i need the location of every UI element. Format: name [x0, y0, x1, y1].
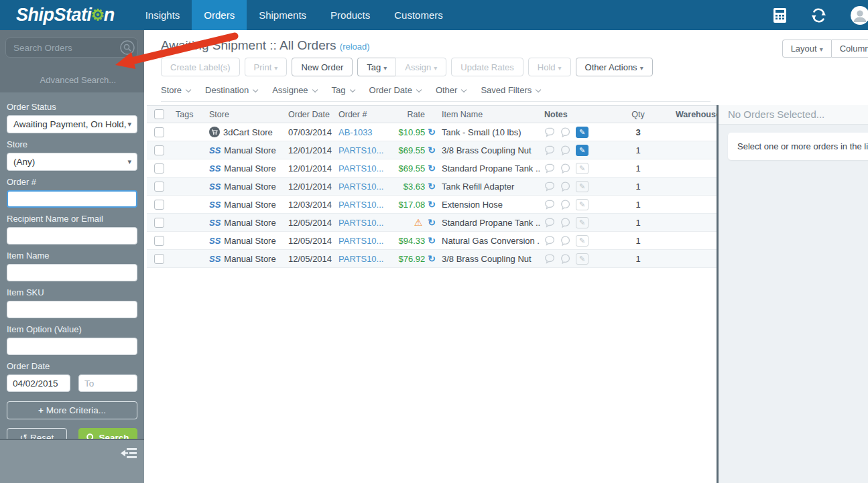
row-checkbox[interactable]	[154, 163, 164, 174]
update-rate-icon[interactable]: ↻	[428, 163, 436, 173]
internal-note-icon[interactable]	[560, 163, 570, 174]
note-to-buyer-icon[interactable]	[544, 218, 555, 228]
filter-dropdown[interactable]: Other	[436, 85, 465, 95]
order-row[interactable]: SS Manual Store 12/05/2014 PARTS10... ⚠ …	[147, 250, 717, 268]
order-number-link[interactable]: PARTS10...	[335, 218, 387, 228]
row-checkbox[interactable]	[154, 218, 164, 228]
more-criteria-button[interactable]: + More Criteria...	[7, 401, 137, 419]
order-row[interactable]: SS Manual Store 12/01/2014 PARTS10... ⚠ …	[147, 178, 717, 196]
row-checkbox[interactable]	[154, 254, 164, 264]
note-to-buyer-icon[interactable]	[544, 145, 555, 155]
item-option-input[interactable]	[7, 338, 137, 355]
note-to-buyer-icon[interactable]	[544, 163, 555, 174]
order-row[interactable]: SS Manual Store 12/05/2014 PARTS10... ⚠ …	[147, 214, 717, 232]
order-status-select[interactable]: Awaiting Payment, On Hold,▾	[7, 115, 137, 133]
warehouse-column-header[interactable]: Warehouse	[672, 110, 717, 119]
row-checkbox[interactable]	[154, 182, 164, 192]
qty-column-header[interactable]: Qty	[605, 110, 672, 119]
columns-button[interactable]: Columns	[831, 40, 868, 58]
toolbar-button[interactable]: New Order▾	[292, 58, 353, 76]
select-all-checkbox[interactable]	[154, 109, 164, 119]
advanced-search-link[interactable]: Advanced Search...	[0, 74, 144, 92]
order-number-link[interactable]: PARTS10...	[335, 254, 387, 264]
update-rate-icon[interactable]: ↻	[428, 182, 436, 191]
note-to-buyer-icon[interactable]	[544, 127, 555, 137]
internal-note-icon[interactable]	[560, 236, 570, 246]
internal-note-icon[interactable]	[560, 200, 570, 210]
filter-dropdown[interactable]: Order Date	[369, 85, 420, 95]
store-column-header[interactable]: Store	[203, 110, 285, 119]
order-number-link[interactable]: PARTS10...	[335, 145, 387, 155]
edit-note-icon[interactable]: ✎	[576, 145, 588, 156]
note-to-buyer-icon[interactable]	[544, 200, 555, 210]
update-rate-icon[interactable]: ↻	[428, 200, 436, 209]
row-checkbox[interactable]	[154, 145, 164, 155]
nav-item[interactable]: Insights	[133, 0, 192, 30]
edit-note-icon[interactable]: ✎	[576, 163, 588, 174]
row-checkbox[interactable]	[154, 127, 164, 137]
nav-item[interactable]: Shipments	[247, 0, 318, 30]
nav-item[interactable]: Products	[318, 0, 382, 30]
note-to-buyer-icon[interactable]	[544, 236, 555, 246]
filter-dropdown[interactable]: Destination	[205, 85, 256, 95]
toolbar-button[interactable]: Print▾	[245, 58, 288, 76]
toolbar-button[interactable]: Tag▾	[357, 58, 395, 76]
nav-item[interactable]: Customers	[382, 0, 455, 30]
update-rate-icon[interactable]: ↻	[428, 218, 436, 227]
note-to-buyer-icon[interactable]	[544, 254, 555, 264]
store-select[interactable]: (Any)▾	[7, 153, 137, 171]
item-sku-input[interactable]	[7, 301, 137, 318]
row-checkbox[interactable]	[154, 200, 164, 210]
order-number-input[interactable]	[7, 190, 137, 208]
internal-note-icon[interactable]	[560, 127, 570, 137]
collapse-sidebar-icon[interactable]	[121, 447, 137, 463]
update-rate-icon[interactable]: ↻	[428, 145, 436, 155]
edit-note-icon[interactable]: ✎	[576, 181, 588, 192]
order-number-link[interactable]: PARTS10...	[335, 182, 387, 192]
rate-column-header[interactable]: Rate	[387, 110, 438, 119]
internal-note-icon[interactable]	[560, 182, 570, 192]
note-to-buyer-icon[interactable]	[544, 182, 555, 192]
edit-note-icon[interactable]: ✎	[576, 199, 588, 210]
search-icon[interactable]	[120, 40, 135, 58]
item-name-column-header[interactable]: Item Name	[438, 110, 540, 119]
order-number-link[interactable]: PARTS10...	[335, 163, 387, 174]
internal-note-icon[interactable]	[560, 145, 570, 155]
edit-note-icon[interactable]: ✎	[576, 217, 588, 228]
edit-note-icon[interactable]: ✎	[576, 127, 588, 138]
update-rate-icon[interactable]: ↻	[428, 236, 436, 245]
update-rate-icon[interactable]: ↻	[428, 127, 436, 137]
tags-column-header[interactable]: Tags	[171, 110, 203, 119]
notes-column-header[interactable]: Notes	[540, 110, 605, 119]
order-row[interactable]: SS Manual Store 12/01/2014 PARTS10... ⚠ …	[147, 141, 717, 159]
search-orders-input[interactable]	[5, 38, 138, 58]
filter-dropdown[interactable]: Assignee	[272, 85, 315, 95]
order-date-from-input[interactable]	[7, 374, 70, 392]
item-name-input[interactable]	[7, 264, 137, 281]
toolbar-button[interactable]: Assign▾	[395, 58, 446, 76]
order-row[interactable]: SS Manual Store 12/05/2014 PARTS10... ⚠ …	[147, 232, 717, 250]
toolbar-button[interactable]: Other Actions▾	[576, 58, 653, 76]
order-row[interactable]: SS Manual Store 12/03/2014 PARTS10... ⚠ …	[147, 196, 717, 214]
order-number-link[interactable]: PARTS10...	[335, 200, 387, 210]
user-avatar[interactable]	[851, 6, 868, 25]
recipient-input[interactable]	[7, 227, 137, 245]
filter-dropdown[interactable]: Tag	[332, 85, 353, 95]
layout-button[interactable]: Layout▾	[782, 40, 831, 58]
toolbar-button[interactable]: Update Rates▾	[451, 58, 523, 76]
order-number-column-header[interactable]: Order #	[335, 110, 387, 119]
calculator-icon[interactable]	[773, 7, 787, 23]
order-row[interactable]: SS 3dCart Store 07/03/2014 AB-1033 ⚠ $10…	[147, 123, 717, 141]
toolbar-button[interactable]: Hold▾	[528, 58, 571, 76]
order-number-link[interactable]: AB-1033	[335, 127, 387, 137]
toolbar-button[interactable]: Create Label(s)▾	[161, 58, 240, 76]
update-rate-icon[interactable]: ↻	[428, 254, 436, 263]
order-row[interactable]: SS Manual Store 12/01/2014 PARTS10... ⚠ …	[147, 159, 717, 178]
order-number-link[interactable]: PARTS10...	[335, 236, 387, 246]
edit-note-icon[interactable]: ✎	[576, 235, 588, 247]
internal-note-icon[interactable]	[560, 254, 570, 264]
reload-link[interactable]: (reload)	[340, 42, 370, 52]
filter-dropdown[interactable]: Store	[161, 85, 189, 95]
edit-note-icon[interactable]: ✎	[576, 253, 588, 265]
order-date-column-header[interactable]: Order Date	[285, 110, 335, 119]
